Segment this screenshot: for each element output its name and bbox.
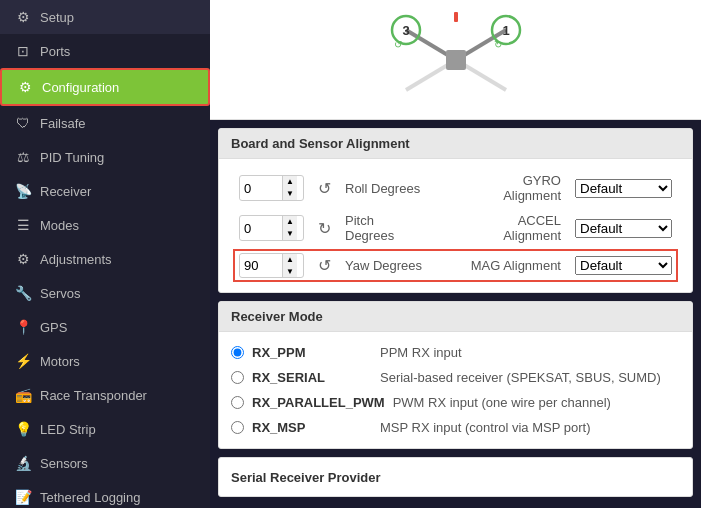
spinbox-1[interactable]: ▲ ▼ [239,215,304,240]
row-icon-1: ↻ [312,209,337,247]
spin-input-0[interactable] [240,178,282,199]
rx-label-RX_PARALLEL_PWM: RX_PARALLEL_PWM [252,395,385,410]
sidebar-item-modes[interactable]: ☰ Modes [0,208,210,242]
svg-text:1: 1 [502,23,509,38]
sidebar-item-tethered-logging[interactable]: 📝 Tethered Logging [0,480,210,508]
sidebar-item-motors[interactable]: ⚡ Motors [0,344,210,378]
sidebar-item-configuration[interactable]: ⚙ Configuration [0,68,210,106]
failsafe-icon: 🛡 [14,115,32,131]
rx-row-RX_PPM: RX_PPM PPM RX input [231,340,680,365]
tethered-logging-icon: 📝 [14,489,32,505]
receiver-icon: 📡 [14,183,32,199]
spin-cell-0: ▲ ▼ [233,169,310,207]
sidebar-label-sensors: Sensors [40,456,88,471]
receiver-mode-title: Receiver Mode [231,309,323,324]
gyro-select-cell-2[interactable]: DefaultCW 0°CW 90°CW 180°CW 270°CW 0° fl… [569,249,678,282]
serial-receiver-label: Serial Receiver Provider [231,470,381,485]
rx-row-RX_PARALLEL_PWM: RX_PARALLEL_PWM PWM RX input (one wire p… [231,390,680,415]
spin-input-2[interactable] [240,255,282,276]
svg-rect-8 [446,50,466,70]
spinbox-0[interactable]: ▲ ▼ [239,175,304,200]
board-sensor-section: Board and Sensor Alignment ▲ ▼ ↺ Roll De… [218,128,693,293]
gyro-label-2: MAG Alignment [457,249,567,282]
row-icon-0: ↺ [312,169,337,207]
sidebar-item-setup[interactable]: ⚙ Setup [0,0,210,34]
sidebar-label-tethered-logging: Tethered Logging [40,490,140,505]
sidebar-label-race-transponder: Race Transponder [40,388,147,403]
row-icon-2: ↺ [312,249,337,282]
svg-text:↻: ↻ [494,39,502,50]
sidebar-item-ports[interactable]: ⊡ Ports [0,34,210,68]
gyro-select-1[interactable]: DefaultCW 0°CW 90°CW 180°CW 270°CW 0° fl… [575,219,672,238]
receiver-mode-header: Receiver Mode [219,302,692,332]
sidebar-item-sensors[interactable]: 🔬 Sensors [0,446,210,480]
pid-tuning-icon: ⚖ [14,149,32,165]
setup-icon: ⚙ [14,9,32,25]
gps-icon: 📍 [14,319,32,335]
spin-up-1[interactable]: ▲ [283,216,297,228]
gyro-select-2[interactable]: DefaultCW 0°CW 90°CW 180°CW 270°CW 0° fl… [575,256,672,275]
drone-diagram: 3 1 ↺ ↻ [210,0,701,120]
gyro-select-cell-0[interactable]: DefaultCW 0°CW 90°CW 180°CW 270°CW 0° fl… [569,169,678,207]
sidebar-item-adjustments[interactable]: ⚙ Adjustments [0,242,210,276]
gyro-select-cell-1[interactable]: DefaultCW 0°CW 90°CW 180°CW 270°CW 0° fl… [569,209,678,247]
rx-desc-RX_SERIAL: Serial-based receiver (SPEKSAT, SBUS, SU… [380,370,661,385]
sidebar-label-setup: Setup [40,10,74,25]
svg-text:3: 3 [402,23,409,38]
drone-svg: 3 1 ↺ ↻ [376,10,536,110]
rx-radio-RX_SERIAL[interactable] [231,371,244,384]
configuration-icon: ⚙ [16,79,34,95]
led-strip-icon: 💡 [14,421,32,437]
gyro-select-0[interactable]: DefaultCW 0°CW 90°CW 180°CW 270°CW 0° fl… [575,179,672,198]
servos-icon: 🔧 [14,285,32,301]
sidebar-label-configuration: Configuration [42,80,119,95]
spin-input-1[interactable] [240,218,282,239]
row-label-1: Pitch Degrees [339,209,429,247]
spin-cell-2: ▲ ▼ [233,249,310,282]
adjustments-icon: ⚙ [14,251,32,267]
rx-label-RX_MSP: RX_MSP [252,420,372,435]
rx-label-RX_PPM: RX_PPM [252,345,372,360]
rx-radio-RX_PPM[interactable] [231,346,244,359]
spin-down-1[interactable]: ▼ [283,228,297,240]
sidebar-item-gps[interactable]: 📍 GPS [0,310,210,344]
spin-cell-1: ▲ ▼ [233,209,310,247]
board-sensor-header: Board and Sensor Alignment [219,129,692,159]
board-sensor-body: ▲ ▼ ↺ Roll Degrees GYRO Alignment Defaul… [219,159,692,292]
row-label-0: Roll Degrees [339,169,429,207]
rx-row-RX_MSP: RX_MSP MSP RX input (control via MSP por… [231,415,680,440]
receiver-mode-body: RX_PPM PPM RX input RX_SERIAL Serial-bas… [219,332,692,448]
sidebar-label-servos: Servos [40,286,80,301]
content-area: 3 1 ↺ ↻ Board and Sensor Alignment ▲ [210,0,701,508]
sidebar-item-receiver[interactable]: 📡 Receiver [0,174,210,208]
svg-text:↺: ↺ [394,39,402,50]
sensors-icon: 🔬 [14,455,32,471]
rx-radio-RX_PARALLEL_PWM[interactable] [231,396,244,409]
sidebar-label-ports: Ports [40,44,70,59]
sidebar-item-servos[interactable]: 🔧 Servos [0,276,210,310]
modes-icon: ☰ [14,217,32,233]
motors-icon: ⚡ [14,353,32,369]
sidebar: ⚙ Setup⊡ Ports⚙ Configuration🛡 Failsafe⚖… [0,0,210,508]
sidebar-item-pid-tuning[interactable]: ⚖ PID Tuning [0,140,210,174]
receiver-mode-section: Receiver Mode RX_PPM PPM RX input RX_SER… [218,301,693,449]
spin-down-0[interactable]: ▼ [283,188,297,200]
sidebar-label-motors: Motors [40,354,80,369]
gyro-label-1: ACCEL Alignment [457,209,567,247]
ports-icon: ⊡ [14,43,32,59]
alignment-row-1: ▲ ▼ ↻ Pitch Degrees ACCEL Alignment Defa… [233,209,678,247]
sidebar-item-led-strip[interactable]: 💡 LED Strip [0,412,210,446]
sidebar-item-race-transponder[interactable]: 📻 Race Transponder [0,378,210,412]
spinbox-2[interactable]: ▲ ▼ [239,253,304,278]
sidebar-label-receiver: Receiver [40,184,91,199]
sidebar-item-failsafe[interactable]: 🛡 Failsafe [0,106,210,140]
board-sensor-title: Board and Sensor Alignment [231,136,410,151]
alignment-row-0: ▲ ▼ ↺ Roll Degrees GYRO Alignment Defaul… [233,169,678,207]
spin-up-0[interactable]: ▲ [283,176,297,188]
rx-radio-RX_MSP[interactable] [231,421,244,434]
alignment-row-2: ▲ ▼ ↺ Yaw Degrees MAG Alignment DefaultC… [233,249,678,282]
sidebar-label-gps: GPS [40,320,67,335]
spin-up-2[interactable]: ▲ [283,254,297,266]
spin-down-2[interactable]: ▼ [283,266,297,278]
sidebar-label-failsafe: Failsafe [40,116,86,131]
